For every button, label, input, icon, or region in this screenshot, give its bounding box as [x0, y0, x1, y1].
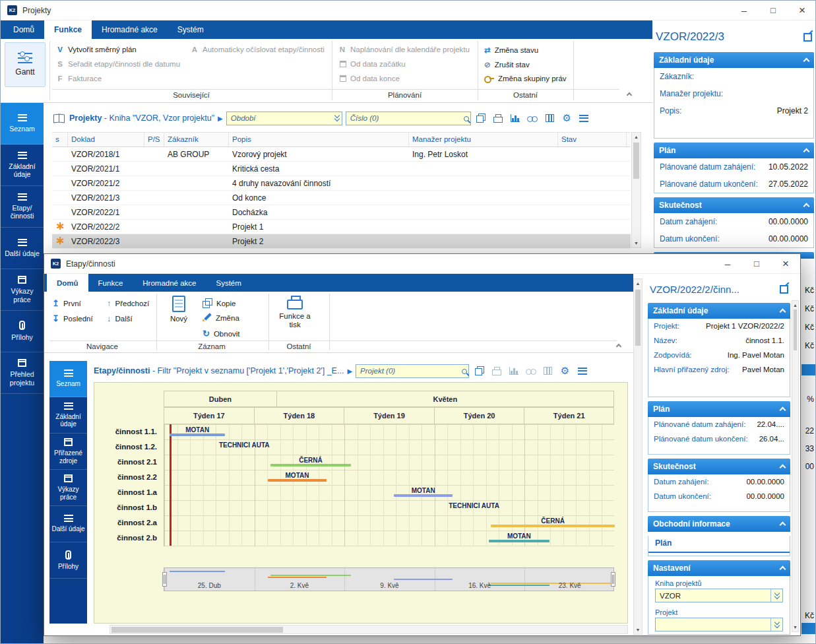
section-header[interactable]: Plán: [654, 143, 814, 158]
new-record-button[interactable]: Nový: [163, 296, 195, 323]
combo-field[interactable]: VZOR: [655, 589, 783, 602]
tab-system[interactable]: Systém: [168, 20, 214, 39]
section-header[interactable]: Nastavení: [648, 560, 790, 576]
ribbon-item-dalsi[interactable]: Další: [107, 313, 133, 323]
ribbon-item-vytvorit-smerny-plan[interactable]: VVytvořit směrný plán: [56, 46, 137, 53]
gantt-bar[interactable]: [491, 525, 615, 527]
sidebar-item-prilohy[interactable]: Přílohy: [49, 542, 87, 579]
maximize-button[interactable]: [742, 254, 771, 273]
section-header[interactable]: Obchodní informace: [648, 516, 790, 532]
section-header[interactable]: Plán: [648, 401, 790, 417]
ribbon-item-obnovit[interactable]: Obnovit: [203, 329, 240, 338]
sidebar-item-zakladni-udaje[interactable]: Základní údaje: [49, 397, 87, 434]
ribbon-item-zrusit-stav[interactable]: Zrušit stav: [484, 60, 530, 69]
sidebar-item-prehled-projektu[interactable]: Přehled projektu: [1, 352, 44, 394]
tab-system[interactable]: Systém: [206, 274, 251, 292]
ribbon-collapse-icon[interactable]: [627, 92, 632, 98]
minimize-button[interactable]: [730, 1, 759, 20]
layers-button[interactable]: [472, 364, 486, 378]
dropdown-icon[interactable]: [334, 114, 340, 123]
gantt-bar[interactable]: [270, 464, 352, 467]
subtab-plan[interactable]: Plán: [648, 536, 790, 553]
sidebar-item-seznam[interactable]: Seznam: [1, 103, 44, 145]
minimap-handle-left[interactable]: [162, 572, 167, 587]
settings-button[interactable]: [560, 112, 574, 125]
print-button[interactable]: [491, 112, 505, 125]
minimap-handle-right[interactable]: [611, 572, 615, 587]
table-row[interactable]: VZOR/2022/3Projekt 2: [52, 234, 631, 249]
menu-button[interactable]: [577, 112, 591, 125]
close-button[interactable]: [788, 1, 816, 20]
scroll-down-icon[interactable]: [632, 239, 641, 247]
gantt-view-button[interactable]: Gantt: [5, 42, 46, 87]
table-row[interactable]: VZOR/2022/2Projekt 1: [52, 220, 631, 234]
sidebar-item-prilohy[interactable]: Přílohy: [1, 311, 44, 352]
section-header[interactable]: Základní údaje: [648, 303, 790, 319]
minimize-button[interactable]: [713, 254, 742, 273]
settings-button[interactable]: [558, 364, 572, 378]
filter-expand-button[interactable]: [218, 113, 223, 123]
sidebar-item-seznam[interactable]: Seznam: [49, 361, 87, 397]
tab-domu[interactable]: Domů: [47, 274, 88, 292]
scroll-up-icon[interactable]: [634, 279, 642, 288]
table-row[interactable]: VZOR/2021/1Kritická cesta: [52, 162, 631, 176]
table-row[interactable]: VZOR/2022/1Docházka: [52, 205, 631, 220]
sidebar-item-prirazene-zdroje[interactable]: Přiřazené zdroje: [49, 434, 87, 470]
table-scrollbar[interactable]: [631, 132, 641, 248]
ribbon-item-zmena-skupiny-prav[interactable]: Změna skupiny práv: [484, 75, 567, 82]
column-header-doklad[interactable]: Doklad: [68, 133, 144, 146]
table-row[interactable]: VZOR/2018/1AB GROUPVzorový projektIng. P…: [52, 147, 631, 162]
ribbon-collapse-icon[interactable]: [616, 344, 621, 349]
cislo-filter-input[interactable]: [346, 112, 471, 125]
ribbon-item-predchozi[interactable]: Předchozí: [107, 298, 149, 308]
projekt-filter-input[interactable]: [356, 364, 469, 378]
gantt-bar[interactable]: [268, 479, 327, 482]
columns-button[interactable]: [543, 112, 557, 125]
child-vscrollbar[interactable]: [633, 278, 643, 635]
menu-button[interactable]: [575, 364, 589, 378]
sidebar-item-vykazy-prace[interactable]: Výkazy práce: [49, 470, 87, 506]
maximize-button[interactable]: [759, 1, 788, 20]
table-row[interactable]: VZOR/2021/3Od konce: [52, 191, 631, 205]
ribbon-item-zmena-stavu[interactable]: Změna stavu: [484, 46, 538, 55]
sidebar-item-dalsi-udaje[interactable]: Další údaje: [49, 506, 87, 542]
gantt-minimap[interactable]: 25. Dub2. Kvě9. Kvě16. Kvě23. Kvě: [164, 567, 614, 591]
scroll-thumb[interactable]: [633, 143, 639, 179]
tab-hromadne-akce[interactable]: Hromadné akce: [92, 20, 168, 39]
scroll-up-icon[interactable]: [632, 133, 641, 141]
dropdown-icon[interactable]: [770, 618, 782, 631]
section-header[interactable]: Skutečnost: [648, 459, 790, 474]
ribbon-item-kopie[interactable]: Kopie: [203, 298, 235, 308]
obdobi-filter-input[interactable]: [226, 112, 342, 125]
scroll-up-icon[interactable]: [792, 301, 798, 309]
tab-funkce[interactable]: Funkce: [88, 274, 133, 292]
section-header[interactable]: Skutečnost: [654, 197, 814, 213]
close-button[interactable]: [771, 254, 800, 273]
tab-domu[interactable]: Domů: [3, 20, 44, 39]
gantt-bar[interactable]: [394, 494, 453, 497]
sidebar-item-vykazy-prace[interactable]: Výkazy práce: [1, 269, 44, 311]
open-in-window-icon[interactable]: [803, 33, 812, 42]
sidebar-item-etapy-cinnosti[interactable]: Etapy/ činnosti: [1, 186, 44, 228]
scroll-thumb[interactable]: [111, 627, 283, 633]
combo-field[interactable]: [655, 618, 783, 631]
scroll-down-icon[interactable]: [634, 626, 642, 634]
tab-funkce[interactable]: Funkce: [44, 20, 92, 39]
scroll-thumb[interactable]: [794, 309, 797, 350]
ribbon-item-posledni[interactable]: Poslední: [52, 313, 93, 323]
section-header[interactable]: Základní údaje: [654, 52, 814, 68]
column-header-popis[interactable]: Popis: [229, 133, 409, 146]
column-header-stav[interactable]: Stav: [558, 133, 627, 146]
column-header-s[interactable]: s: [52, 133, 68, 146]
ribbon-item-zmena[interactable]: Změna: [203, 313, 239, 322]
ribbon-item-prvni[interactable]: První: [52, 298, 81, 308]
column-header-ps[interactable]: P/S: [144, 133, 164, 146]
tab-hromadne-akce[interactable]: Hromadné akce: [133, 274, 206, 292]
column-header-zakaznik[interactable]: Zákazník: [164, 133, 229, 146]
functions-print-button[interactable]: Funkce a tisk: [274, 294, 316, 329]
sidebar-item-dalsi-udaje[interactable]: Další údaje: [1, 228, 44, 269]
panel-scrollbar[interactable]: [792, 300, 799, 632]
sidebar-item-zakladni-udaje[interactable]: Základní údaje: [1, 145, 44, 186]
gantt-bar[interactable]: [170, 434, 225, 436]
gantt-hscrollbar[interactable]: [110, 625, 628, 634]
